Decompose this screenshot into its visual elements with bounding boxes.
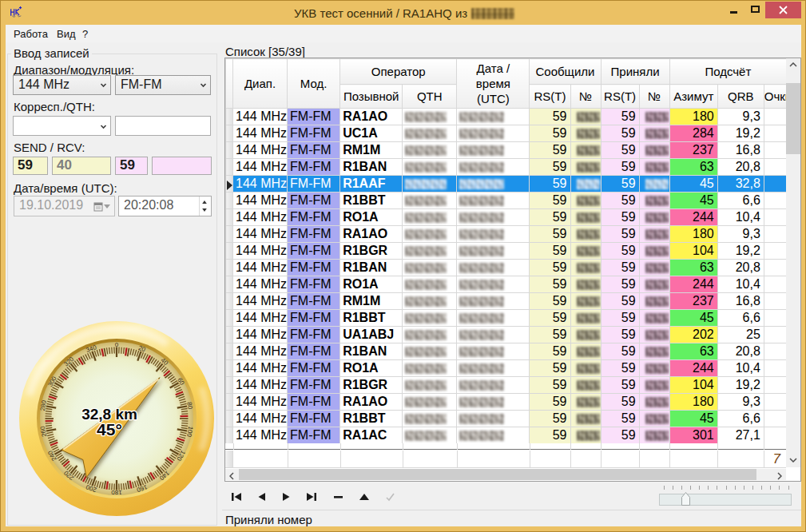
svg-text:180: 180 <box>111 489 122 496</box>
svg-text:45°: 45° <box>97 420 122 439</box>
svg-text:0: 0 <box>115 341 119 348</box>
